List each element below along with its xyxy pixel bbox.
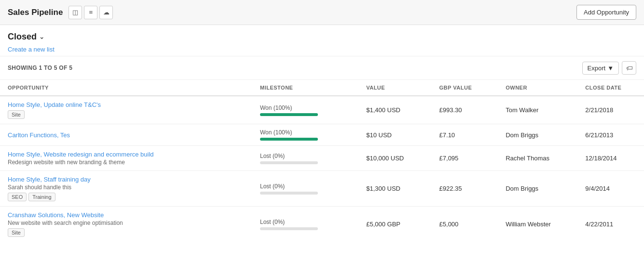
milestone-cell: Lost (0%) (252, 207, 358, 242)
gbp-value-cell: £7,095 (432, 146, 498, 171)
opportunity-link[interactable]: Cranshaw Solutions, New Website (8, 211, 104, 219)
table-row: Home Style, Staff training daySarah shou… (0, 171, 644, 207)
tag-container: Site (8, 226, 245, 237)
gbp-value-cell: £5,000 (432, 207, 498, 242)
cloud-view-button[interactable]: ☁ (99, 6, 113, 19)
owner-cell: William Webster (498, 207, 577, 242)
kanban-view-button[interactable]: ◫ (69, 6, 82, 19)
export-button[interactable]: Export ▼ (582, 62, 619, 75)
progress-bar-fill (260, 138, 318, 141)
list-view-button[interactable]: ≡ (84, 6, 97, 19)
page-title: Sales Pipeline (8, 8, 63, 17)
tag-badge: Training (28, 193, 55, 201)
value-cell: $10 USD (358, 124, 431, 146)
tag-container: SEOTraining (8, 191, 245, 201)
opportunity-cell: Home Style, Website redesign and ecommer… (0, 146, 252, 171)
opportunity-link[interactable]: Home Style, Update online T&C's (8, 101, 101, 108)
owner-cell: Dom Briggs (498, 171, 577, 207)
milestone-cell: Lost (0%) (252, 171, 358, 207)
value-cell: $10,000 USD (358, 146, 431, 171)
close-date-cell: 6/21/2013 (577, 124, 644, 146)
table-row: Cranshaw Solutions, New WebsiteNew websi… (0, 207, 644, 242)
close-date-cell: 2/21/2018 (577, 96, 644, 124)
chevron-down-icon[interactable]: ⌄ (39, 33, 44, 40)
milestone-label: Won (100%) (260, 129, 351, 136)
gbp-value-cell: £922.35 (432, 171, 498, 207)
progress-bar-bg (260, 138, 318, 141)
col-header-milestone: MILESTONE (252, 80, 358, 96)
tag-container: Site (8, 108, 245, 119)
opportunity-cell: Home Style, Update online T&C'sSite (0, 96, 252, 124)
milestone-cell: Won (100%) (252, 96, 358, 124)
close-date-cell: 9/4/2014 (577, 171, 644, 207)
opportunity-link[interactable]: Home Style, Website redesign and ecommer… (8, 151, 154, 158)
tag-badge: Site (8, 110, 25, 119)
owner-cell: Tom Walker (498, 96, 577, 124)
col-header-close-date: CLOSE DATE (577, 80, 644, 96)
table-header-row: OPPORTUNITY MILESTONE VALUE GBP VALUE OW… (0, 80, 644, 96)
progress-bar-bg (260, 192, 318, 195)
add-opportunity-button[interactable]: Add Opportunity (576, 5, 636, 20)
tag-badge: Site (8, 228, 25, 237)
progress-bar-bg (260, 227, 318, 230)
milestone-label: Lost (0%) (260, 183, 351, 190)
opportunity-link[interactable]: Carlton Functions, Tes (8, 131, 70, 139)
opportunity-cell: Carlton Functions, Tes (0, 124, 252, 146)
col-header-opportunity: OPPORTUNITY (0, 80, 252, 96)
col-header-value: VALUE (358, 80, 431, 96)
opportunity-cell: Cranshaw Solutions, New WebsiteNew websi… (0, 207, 252, 242)
tag-icon: 🏷 (626, 65, 632, 72)
export-chevron-icon: ▼ (607, 65, 614, 72)
col-header-gbp: GBP VALUE (432, 80, 498, 96)
toolbar-right: Export ▼ 🏷 (582, 61, 636, 75)
opportunities-table: OPPORTUNITY MILESTONE VALUE GBP VALUE OW… (0, 80, 644, 242)
table-row: Home Style, Website redesign and ecommer… (0, 146, 644, 171)
create-list-link[interactable]: Create a new list (8, 46, 55, 53)
tag-button[interactable]: 🏷 (622, 61, 636, 75)
milestone-cell: Won (100%) (252, 124, 358, 146)
view-icon-group: ◫ ≡ ☁ (69, 6, 113, 19)
table-row: Home Style, Update online T&C'sSiteWon (… (0, 96, 644, 124)
subheader: Closed ⌄ Create a new list (0, 25, 644, 56)
milestone-label: Lost (0%) (260, 153, 351, 159)
header-left: Sales Pipeline ◫ ≡ ☁ (8, 6, 113, 19)
toolbar: SHOWING 1 TO 5 OF 5 Export ▼ 🏷 (0, 56, 644, 80)
gbp-value-cell: £7.10 (432, 124, 498, 146)
opportunity-link[interactable]: Home Style, Staff training day (8, 176, 91, 183)
progress-bar-bg (260, 161, 318, 164)
tag-badge: SEO (8, 193, 27, 201)
export-label: Export (588, 65, 606, 72)
col-header-owner: OWNER (498, 80, 577, 96)
showing-count: SHOWING 1 TO 5 OF 5 (8, 65, 72, 71)
opportunity-cell: Home Style, Staff training daySarah shou… (0, 171, 252, 207)
opportunity-subtitle: Sarah should handle this (8, 184, 245, 191)
close-date-cell: 12/18/2014 (577, 146, 644, 171)
milestone-label: Lost (0%) (260, 219, 351, 225)
value-cell: £5,000 GBP (358, 207, 431, 242)
owner-cell: Rachel Thomas (498, 146, 577, 171)
milestone-label: Won (100%) (260, 104, 351, 111)
milestone-cell: Lost (0%) (252, 146, 358, 171)
owner-cell: Dom Briggs (498, 124, 577, 146)
gbp-value-cell: £993.30 (432, 96, 498, 124)
progress-bar-bg (260, 113, 318, 116)
close-date-cell: 4/22/2011 (577, 207, 644, 242)
opportunity-subtitle: Redesign website with new branding & the… (8, 159, 245, 166)
app-header: Sales Pipeline ◫ ≡ ☁ Add Opportunity (0, 0, 644, 25)
progress-bar-fill (260, 113, 318, 116)
opportunity-subtitle: New website with search engine optimisat… (8, 220, 245, 226)
value-cell: $1,400 USD (358, 96, 431, 124)
filter-label-row: Closed ⌄ (8, 32, 636, 42)
table-row: Carlton Functions, TesWon (100%)$10 USD£… (0, 124, 644, 146)
value-cell: $1,300 USD (358, 171, 431, 207)
filter-label: Closed (8, 32, 37, 42)
